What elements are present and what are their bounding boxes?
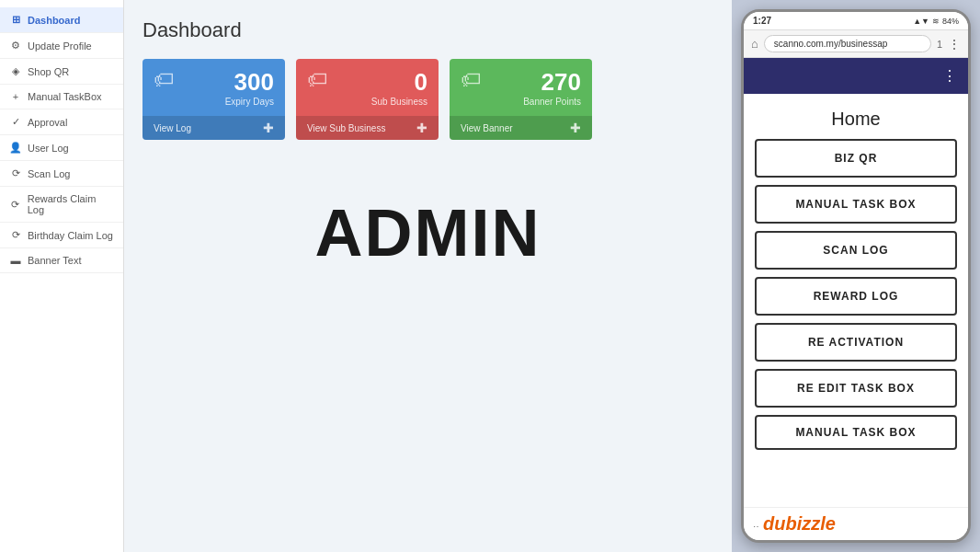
sidebar-item-shop-qr[interactable]: ◈ Shop QR <box>0 59 123 85</box>
profile-icon: ⚙ <box>9 40 22 52</box>
user-icon: 👤 <box>9 142 22 154</box>
sub-add-icon[interactable]: ✚ <box>416 121 427 135</box>
view-sub-link[interactable]: View Sub Business <box>307 123 385 133</box>
expiry-add-icon[interactable]: ✚ <box>263 121 274 135</box>
rewards-icon: ⟳ <box>9 199 22 211</box>
sidebar-item-birthday-claim-log[interactable]: ⟳ Birthday Claim Log <box>0 223 123 248</box>
card-banner-points: 🏷 270 Banner Points View Banner ✚ <box>450 59 592 140</box>
phone-frame: 1:27 ▲▼ ≋ 84% ⌂ scanno.com.my/businessap… <box>741 9 971 543</box>
desktop-panel: ⊞ Dashboard ⚙ Update Profile ◈ Shop QR +… <box>0 0 732 552</box>
view-log-link[interactable]: View Log <box>154 123 191 133</box>
banner-value: 270 <box>523 68 581 97</box>
tab-count[interactable]: 1 <box>937 39 942 50</box>
btn-re-edit-task-box[interactable]: RE EDIT TASK BOX <box>755 369 957 408</box>
sidebar-item-approval[interactable]: ✓ Approval <box>0 109 123 135</box>
phone-time: 1:27 <box>753 16 771 26</box>
sidebar-item-update-profile[interactable]: ⚙ Update Profile <box>0 33 123 59</box>
banner-add-icon[interactable]: ✚ <box>570 121 581 135</box>
phone-status-bar: 1:27 ▲▼ ≋ 84% <box>744 12 968 29</box>
scan-icon: ⟳ <box>9 167 22 179</box>
expiry-value: 300 <box>225 68 274 97</box>
tag-icon-expiry: 🏷 <box>154 68 174 92</box>
approval-icon: ✓ <box>9 116 22 128</box>
phone-home-title: Home <box>744 94 968 139</box>
btn-scan-log[interactable]: SCAN LOG <box>755 231 957 270</box>
phone-signal: ▲▼ <box>913 17 929 26</box>
sidebar-item-banner-text[interactable]: ▬ Banner Text <box>0 248 123 273</box>
btn-manual-task-box[interactable]: MANUAL TASK BOX <box>755 185 957 224</box>
admin-text-area: ADMIN <box>142 195 713 270</box>
phone-url-bar: ⌂ scanno.com.my/businessap 1 ⋮ <box>744 29 968 58</box>
nav-menu-dots[interactable]: ⋮ <box>942 67 957 85</box>
qr-icon: ◈ <box>9 65 22 77</box>
dubizzle-label: dubizzle <box>763 513 836 535</box>
dashboard-cards: 🏷 300 Expiry Days View Log ✚ 🏷 0 <box>142 59 713 140</box>
phone-menu-buttons: BIZ QR MANUAL TASK BOX SCAN LOG REWARD L… <box>744 139 968 507</box>
banner-label: Banner Points <box>523 97 581 107</box>
sidebar-item-scan-log[interactable]: ⟳ Scan Log <box>0 161 123 187</box>
sidebar-item-manual-taskbox[interactable]: + Manual TaskBox <box>0 85 123 109</box>
url-input[interactable]: scanno.com.my/businessap <box>764 35 931 52</box>
dubizzle-dots: ‥ <box>753 519 759 529</box>
phone-panel: 1:27 ▲▼ ≋ 84% ⌂ scanno.com.my/businessap… <box>732 0 980 552</box>
admin-label: ADMIN <box>315 195 541 270</box>
sidebar: ⊞ Dashboard ⚙ Update Profile ◈ Shop QR +… <box>0 0 124 552</box>
phone-nav-header: ⋮ <box>744 58 968 94</box>
dashboard-icon: ⊞ <box>9 14 22 26</box>
dubizzle-bar: ‥ dubizzle <box>744 507 968 540</box>
sidebar-item-dashboard[interactable]: ⊞ Dashboard <box>0 7 123 33</box>
tag-icon-banner: 🏷 <box>461 68 481 92</box>
card-expiry: 🏷 300 Expiry Days View Log ✚ <box>142 59 285 140</box>
sidebar-item-user-log[interactable]: 👤 User Log <box>0 135 123 161</box>
btn-re-activation[interactable]: RE ACTIVATION <box>755 323 957 362</box>
browser-menu-icon[interactable]: ⋮ <box>948 37 961 52</box>
plus-icon: + <box>9 91 22 102</box>
main-content: Dashboard 🏷 300 Expiry Days View Log ✚ <box>124 0 732 552</box>
battery-level: 84% <box>942 17 959 26</box>
btn-reward-log[interactable]: REWARD LOG <box>755 277 957 316</box>
expiry-label: Expiry Days <box>225 97 274 107</box>
wifi-icon: ≋ <box>932 17 940 26</box>
tag-icon-sub: 🏷 <box>307 68 327 92</box>
view-banner-link[interactable]: View Banner <box>461 123 513 133</box>
banner-icon: ▬ <box>9 255 22 266</box>
card-sub-business: 🏷 0 Sub Business View Sub Business ✚ <box>296 59 439 140</box>
btn-manual-task-box-2[interactable]: MANUAL TASK BOX <box>755 415 957 450</box>
sidebar-item-rewards-claim-log[interactable]: ⟳ Rewards Claim Log <box>0 187 123 223</box>
sub-label: Sub Business <box>371 97 427 107</box>
sub-value: 0 <box>371 68 427 97</box>
home-icon[interactable]: ⌂ <box>751 37 758 51</box>
birthday-icon: ⟳ <box>9 229 22 241</box>
btn-biz-qr[interactable]: BIZ QR <box>755 139 957 178</box>
page-title: Dashboard <box>142 18 713 42</box>
